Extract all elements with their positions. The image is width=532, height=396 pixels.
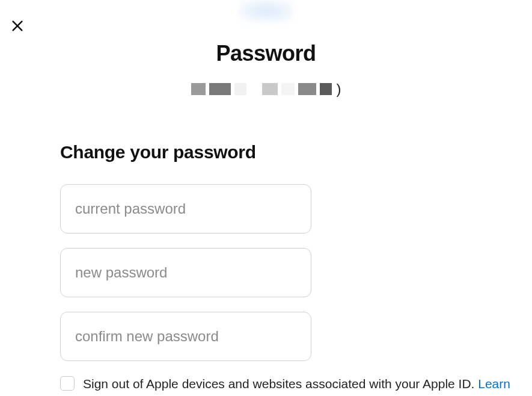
section-heading: Change your password: [60, 142, 520, 162]
page-title: Password: [0, 41, 532, 66]
close-button[interactable]: [8, 17, 26, 35]
signout-label-text: Sign out of Apple devices and websites a…: [83, 376, 510, 392]
confirm-password-input[interactable]: [60, 312, 311, 361]
new-password-input[interactable]: [60, 248, 311, 297]
signout-checkbox[interactable]: [60, 376, 75, 391]
current-password-input[interactable]: [60, 184, 311, 234]
header-graphic-blur: [239, 0, 293, 22]
change-password-form: Change your password Sign out of Apple d…: [60, 142, 520, 392]
close-icon: [11, 19, 24, 32]
signout-option-row: Sign out of Apple devices and websites a…: [60, 376, 520, 392]
redacted-account-id: ): [191, 81, 341, 97]
learn-more-link[interactable]: Learn: [478, 377, 510, 391]
signout-text: Sign out of Apple devices and websites a…: [83, 377, 478, 391]
